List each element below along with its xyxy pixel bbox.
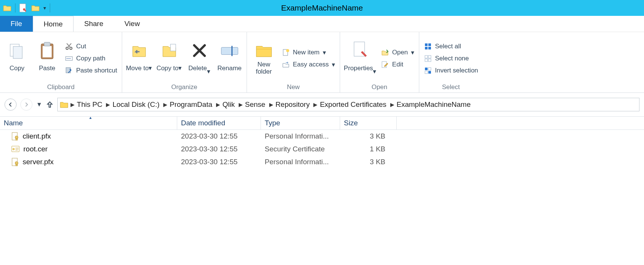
breadcrumb-item[interactable]: Qlik▶ bbox=[222, 100, 243, 109]
invert-selection-button[interactable]: Invert selection bbox=[422, 66, 480, 75]
open-button[interactable]: Open ▾ bbox=[379, 48, 416, 57]
rename-button[interactable]: Rename bbox=[216, 42, 244, 75]
ribbon-group-clipboard: Copy Paste Cut Cop bbox=[0, 32, 122, 92]
new-folder-button[interactable]: New folder bbox=[250, 42, 278, 75]
tab-view[interactable]: View bbox=[114, 16, 150, 32]
tab-file[interactable]: File bbox=[0, 16, 33, 32]
ribbon: Copy Paste Cut Cop bbox=[0, 32, 644, 93]
svg-rect-28 bbox=[425, 71, 428, 74]
properties-button[interactable]: Properties▾ bbox=[343, 42, 377, 75]
ribbon-group-organize: Move to ▾ Copy to ▾ Delete▾ Rename bbox=[122, 32, 247, 92]
copy-to-button[interactable]: Copy to ▾ bbox=[155, 42, 183, 75]
folder-icon bbox=[3, 4, 11, 12]
copy-to-icon bbox=[160, 42, 178, 60]
file-name: server.pfx bbox=[23, 158, 54, 166]
column-type[interactable]: Type bbox=[261, 117, 340, 129]
svg-rect-21 bbox=[428, 47, 431, 49]
column-date[interactable]: Date modified bbox=[177, 117, 261, 129]
title-bar: ▾ ExampleMachineName bbox=[0, 0, 644, 16]
ribbon-tabs: File Home Share View bbox=[0, 16, 644, 32]
svg-rect-5 bbox=[43, 46, 52, 57]
delete-icon bbox=[190, 42, 209, 60]
copy-button[interactable]: Copy bbox=[3, 42, 31, 75]
svg-point-34 bbox=[12, 148, 15, 150]
move-to-icon bbox=[130, 42, 148, 60]
ribbon-group-select: Select all Select none Invert selection … bbox=[419, 32, 483, 92]
paste-shortcut-button[interactable]: Paste shortcut bbox=[63, 66, 119, 75]
breadcrumb-item[interactable]: Repository▶ bbox=[276, 100, 318, 109]
columns-header: Name Date modified Type Size bbox=[0, 116, 644, 130]
new-item-button[interactable]: New item ▾ bbox=[280, 48, 337, 57]
copy-icon bbox=[8, 42, 26, 60]
easy-access-icon bbox=[282, 60, 290, 69]
up-button[interactable] bbox=[46, 101, 54, 108]
file-size: 1 KB bbox=[340, 144, 397, 154]
breadcrumb-item[interactable]: Sense▶ bbox=[245, 100, 273, 109]
navigation-bar: ▼ ▶ This PC▶ Local Disk (C:)▶ ProgramDat… bbox=[0, 93, 644, 116]
open-icon bbox=[381, 48, 389, 57]
file-name: client.pfx bbox=[23, 132, 51, 140]
breadcrumb-item[interactable]: Exported Certificates▶ bbox=[320, 100, 394, 109]
invert-selection-icon bbox=[424, 66, 432, 75]
copy-path-button[interactable]: Copy path bbox=[63, 54, 119, 63]
breadcrumb-item[interactable]: This PC▶ bbox=[77, 100, 110, 109]
folder-qat-icon[interactable] bbox=[31, 4, 40, 12]
tab-home[interactable]: Home bbox=[33, 16, 74, 32]
tab-share[interactable]: Share bbox=[74, 16, 114, 32]
breadcrumb[interactable]: ▶ This PC▶ Local Disk (C:)▶ ProgramData▶… bbox=[57, 98, 639, 111]
scissors-icon bbox=[65, 42, 73, 51]
svg-rect-25 bbox=[428, 59, 431, 62]
file-type: Personal Informati... bbox=[261, 131, 340, 141]
recent-locations-dropdown[interactable]: ▼ bbox=[36, 101, 42, 108]
delete-button[interactable]: Delete▾ bbox=[186, 42, 213, 75]
svg-rect-20 bbox=[425, 47, 428, 49]
svg-rect-6 bbox=[44, 42, 50, 46]
file-row[interactable]: root.cer2023-03-30 12:55Security Certifi… bbox=[0, 143, 644, 156]
rename-icon bbox=[221, 42, 239, 60]
file-icon bbox=[11, 145, 20, 153]
separator bbox=[50, 3, 50, 12]
file-row[interactable]: client.pfx2023-03-30 12:55Personal Infor… bbox=[0, 130, 644, 143]
edit-button[interactable]: Edit bbox=[379, 60, 416, 69]
ribbon-group-open: Properties▾ Open ▾ Edit Open bbox=[340, 32, 419, 92]
easy-access-button[interactable]: Easy access ▾ bbox=[280, 60, 337, 69]
paste-button[interactable]: Paste bbox=[33, 42, 61, 75]
file-date: 2023-03-30 12:55 bbox=[177, 131, 261, 141]
file-type: Security Certificate bbox=[261, 144, 340, 154]
svg-rect-24 bbox=[425, 59, 428, 62]
file-list: client.pfx2023-03-30 12:55Personal Infor… bbox=[0, 130, 644, 168]
back-button[interactable] bbox=[5, 99, 17, 111]
new-item-icon bbox=[282, 48, 290, 57]
file-row[interactable]: server.pfx2023-03-30 12:55Personal Infor… bbox=[0, 156, 644, 168]
svg-rect-26 bbox=[425, 68, 428, 70]
file-name: root.cer bbox=[23, 145, 48, 153]
properties-qat-icon[interactable] bbox=[19, 3, 28, 12]
edit-icon bbox=[381, 60, 389, 69]
file-size: 3 KB bbox=[340, 157, 397, 167]
svg-rect-13 bbox=[231, 46, 232, 56]
breadcrumb-item[interactable]: ProgramData▶ bbox=[170, 100, 220, 109]
file-size: 3 KB bbox=[340, 131, 397, 141]
window-title: ExampleMachineName bbox=[0, 3, 644, 12]
qat-dropdown-icon[interactable]: ▾ bbox=[43, 5, 46, 11]
svg-rect-37 bbox=[16, 164, 17, 166]
breadcrumb-item[interactable]: ExampleMachineName bbox=[397, 100, 471, 109]
folder-icon bbox=[60, 101, 68, 108]
cut-button[interactable]: Cut bbox=[63, 42, 119, 51]
separator bbox=[15, 3, 15, 12]
file-date: 2023-03-30 12:55 bbox=[177, 144, 261, 154]
properties-icon bbox=[351, 42, 369, 60]
select-all-button[interactable]: Select all bbox=[422, 42, 480, 51]
move-to-button[interactable]: Move to ▾ bbox=[125, 42, 153, 75]
svg-point-1 bbox=[23, 8, 25, 11]
svg-rect-11 bbox=[170, 44, 176, 51]
column-size[interactable]: Size bbox=[340, 117, 397, 129]
paste-shortcut-icon bbox=[65, 66, 73, 75]
file-date: 2023-03-30 12:55 bbox=[177, 157, 261, 167]
svg-rect-32 bbox=[16, 139, 17, 140]
forward-button[interactable] bbox=[20, 99, 32, 111]
select-none-button[interactable]: Select none bbox=[422, 54, 480, 63]
svg-rect-19 bbox=[428, 43, 431, 46]
breadcrumb-item[interactable]: Local Disk (C:)▶ bbox=[112, 100, 167, 109]
chevron-right-icon[interactable]: ▶ bbox=[71, 102, 75, 108]
